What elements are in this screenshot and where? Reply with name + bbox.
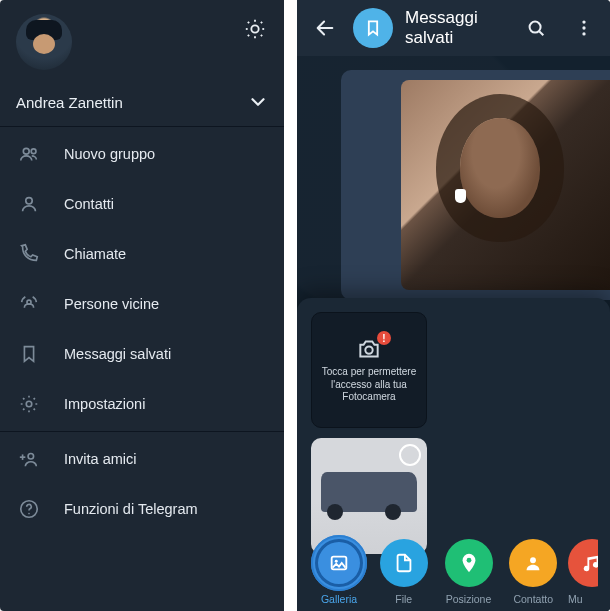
svg-point-22 <box>582 20 585 23</box>
attach-gallery[interactable]: Galleria <box>309 539 369 605</box>
attach-file[interactable]: File <box>374 539 434 605</box>
svg-line-5 <box>248 22 249 23</box>
attach-label: File <box>395 593 412 605</box>
svg-point-10 <box>31 149 36 154</box>
svg-point-29 <box>530 557 536 563</box>
more-options-button[interactable] <box>564 8 604 48</box>
menu-label: Chiamate <box>64 246 126 262</box>
invite-icon <box>18 448 40 470</box>
chevron-down-icon <box>246 90 270 114</box>
gear-icon <box>18 393 40 415</box>
menu-label: Nuovo gruppo <box>64 146 155 162</box>
menu-new-group[interactable]: Nuovo gruppo <box>0 129 284 179</box>
attachment-sheet: ! Tocca per permettere l'accesso alla tu… <box>297 298 610 611</box>
alert-badge-icon: ! <box>377 331 391 345</box>
svg-line-7 <box>261 22 262 23</box>
menu-saved-messages[interactable]: Messaggi salvati <box>0 329 284 379</box>
svg-line-8 <box>248 35 249 36</box>
svg-point-0 <box>251 25 258 32</box>
svg-point-13 <box>26 401 32 407</box>
svg-point-14 <box>28 454 34 460</box>
chat-body: ! Tocca per permettere l'accesso alla tu… <box>297 56 610 611</box>
attach-location[interactable]: Posizione <box>439 539 499 605</box>
camera-icon: ! <box>354 336 384 362</box>
svg-point-23 <box>582 26 585 29</box>
drawer-header <box>0 0 284 78</box>
theme-toggle-icon[interactable] <box>244 18 266 40</box>
drawer-menu-secondary: Invita amici Funzioni di Telegram <box>0 432 284 536</box>
camera-prompt-text: Tocca per permettere l'accesso alla tua … <box>318 366 420 404</box>
svg-line-21 <box>539 31 543 35</box>
menu-people-nearby[interactable]: Persone vicine <box>0 279 284 329</box>
menu-label: Messaggi salvati <box>64 346 171 362</box>
svg-point-20 <box>530 22 541 33</box>
chat-screen: Messaggi salvati ! Tocca per permettere … <box>297 0 610 611</box>
account-switcher[interactable]: Andrea Zanettin <box>0 78 284 126</box>
message-bubble[interactable] <box>341 70 610 300</box>
user-avatar[interactable] <box>16 14 72 70</box>
attach-contact[interactable]: Contatto <box>503 539 563 605</box>
svg-point-28 <box>466 558 471 563</box>
drawer-menu-primary: Nuovo gruppo Contatti Chiamate Persone v… <box>0 127 284 431</box>
attach-label: Mu <box>568 593 583 605</box>
menu-calls[interactable]: Chiamate <box>0 229 284 279</box>
menu-label: Impostazioni <box>64 396 145 412</box>
person-icon <box>18 193 40 215</box>
svg-point-18 <box>28 513 30 515</box>
svg-point-25 <box>365 347 372 354</box>
svg-point-9 <box>23 148 29 154</box>
menu-label: Invita amici <box>64 451 137 467</box>
menu-label: Funzioni di Telegram <box>64 501 198 517</box>
menu-contacts[interactable]: Contatti <box>0 179 284 229</box>
contact-icon <box>509 539 557 587</box>
attachment-bar: Galleria File Posizione <box>297 533 610 611</box>
group-icon <box>18 143 40 165</box>
chat-header: Messaggi salvati <box>297 0 610 56</box>
menu-label: Contatti <box>64 196 114 212</box>
attach-label: Posizione <box>446 593 492 605</box>
selection-circle-icon[interactable] <box>399 444 421 466</box>
saved-messages-avatar-icon[interactable] <box>353 8 393 48</box>
menu-invite-friends[interactable]: Invita amici <box>0 434 284 484</box>
screenshot-gap <box>284 0 297 611</box>
gallery-icon <box>315 539 363 587</box>
svg-point-11 <box>26 198 32 204</box>
help-icon <box>18 498 40 520</box>
nearby-icon <box>18 293 40 315</box>
menu-telegram-features[interactable]: Funzioni di Telegram <box>0 484 284 534</box>
back-button[interactable] <box>305 8 345 48</box>
svg-line-6 <box>261 35 262 36</box>
search-button[interactable] <box>516 8 556 48</box>
camera-permission-tile[interactable]: ! Tocca per permettere l'accesso alla tu… <box>311 312 427 428</box>
attach-music[interactable]: Mu <box>568 539 598 605</box>
drawer-panel: Andrea Zanettin Nuovo gruppo Contatti Ch… <box>0 0 284 611</box>
menu-label: Persone vicine <box>64 296 159 312</box>
file-icon <box>380 539 428 587</box>
svg-point-24 <box>582 32 585 35</box>
bookmark-icon <box>18 343 40 365</box>
phone-icon <box>18 243 40 265</box>
attach-label: Contatto <box>513 593 553 605</box>
attach-label: Galleria <box>321 593 357 605</box>
svg-point-27 <box>335 560 338 563</box>
chat-title[interactable]: Messaggi salvati <box>401 8 508 48</box>
user-name: Andrea Zanettin <box>16 94 123 111</box>
location-icon <box>445 539 493 587</box>
music-icon <box>568 539 598 587</box>
menu-settings[interactable]: Impostazioni <box>0 379 284 429</box>
message-photo[interactable] <box>401 80 610 290</box>
